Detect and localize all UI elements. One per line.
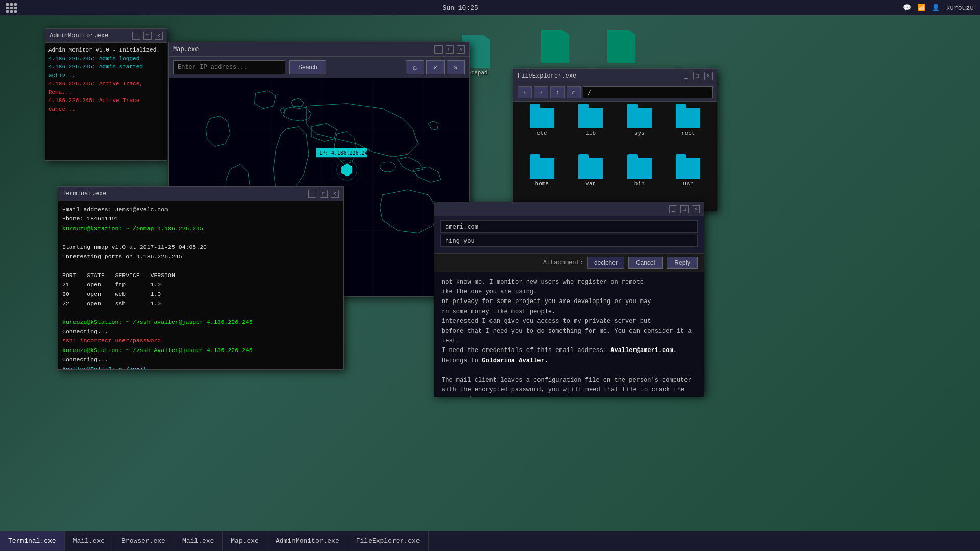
fe-close-button[interactable]: × (704, 72, 713, 80)
taskbar-terminal[interactable]: Terminal.exe (0, 531, 65, 551)
map-forward-button[interactable]: » (447, 60, 465, 74)
terminal-titlebar[interactable]: Terminal.exe _ □ × (58, 187, 343, 201)
maximize-button[interactable]: □ (143, 32, 152, 40)
fe-path-input[interactable] (583, 86, 713, 98)
topbar-right: 💬 📶 👤 kurouzu (903, 4, 974, 12)
map-title: Map.exe (173, 46, 199, 53)
folder-lib-icon (578, 108, 603, 128)
taskbar-fileexplorer[interactable]: FileExplorer.exe (348, 531, 429, 551)
mail-body: not know me. I monitor new users who reg… (434, 272, 704, 397)
fileexplorer-content: etc lib sys root home var (513, 102, 717, 211)
taskbar-mail2[interactable]: Mail.exe (174, 531, 223, 551)
term-line-17: Connecting... (62, 355, 339, 364)
terminal-close-button[interactable]: × (331, 190, 339, 198)
fileexplorer-title: FileExplorer.exe (518, 72, 576, 80)
map-controls: _ □ × (434, 45, 465, 54)
folder-lib[interactable]: lib (569, 108, 614, 154)
map-titlebar[interactable]: Map.exe _ □ × (169, 42, 469, 57)
file1-icon (541, 30, 569, 63)
map-home-button[interactable]: ⌂ (406, 60, 424, 74)
folder-home-icon (530, 158, 554, 179)
folder-sys-label: sys (634, 130, 645, 136)
folder-usr[interactable]: usr (666, 158, 711, 205)
mail-close-button[interactable]: × (692, 205, 700, 213)
fe-minimize-button[interactable]: _ (682, 72, 690, 80)
folder-home-label: home (535, 181, 549, 187)
map-nav-group: ⌂ « » (406, 60, 465, 74)
folder-sys[interactable]: sys (617, 108, 662, 154)
term-line-4 (62, 233, 339, 242)
taskbar: Terminal.exe Mail.exe Browser.exe Mail.e… (0, 531, 980, 551)
chat-icon[interactable]: 💬 (903, 4, 911, 12)
mail-window: _ □ × Attachment: decipher Cancel Reply … (434, 202, 704, 395)
admin-line-4: 4.186.226.245: Active Trace, Rema... (48, 80, 164, 96)
taskbar-map[interactable]: Map.exe (223, 531, 267, 551)
mail-titlebar[interactable]: _ □ × (434, 202, 704, 216)
folder-root-icon (676, 108, 700, 128)
desktop-icon-file2[interactable] (607, 30, 635, 63)
folder-etc[interactable]: etc (520, 108, 565, 154)
fe-forward-button[interactable]: › (534, 86, 548, 98)
folder-var[interactable]: var (569, 158, 614, 205)
term-line-9: 21 open ftp 1.0 (62, 280, 339, 289)
mail-controls: _ □ × (669, 205, 700, 213)
admin-monitor-titlebar[interactable]: AdminMonitor.exe _ □ × (45, 29, 167, 43)
folder-bin-label: bin (634, 181, 645, 187)
taskbar-mail1[interactable]: Mail.exe (65, 531, 113, 551)
terminal-title: Terminal.exe (62, 190, 106, 197)
map-search-button[interactable]: Search (289, 60, 326, 74)
terminal-content[interactable]: Email address: Jens1@evelc.com Phone: 18… (58, 201, 343, 369)
close-button[interactable]: × (155, 32, 163, 40)
terminal-controls: _ □ × (308, 190, 339, 198)
taskbar-adminmonitor[interactable]: AdminMonitor.exe (267, 531, 348, 551)
fe-controls: _ □ × (682, 72, 713, 80)
terminal-minimize-button[interactable]: _ (308, 190, 316, 198)
mail-subject-field (440, 235, 698, 247)
term-line-10: 80 open web 1.0 (62, 290, 339, 299)
folder-etc-icon (530, 108, 554, 128)
mail-maximize-button[interactable]: □ (680, 205, 689, 213)
desktop-icon-file1[interactable] (541, 30, 569, 63)
folder-root-label: root (681, 130, 695, 136)
term-line-6: Interesting ports on 4.186.226.245 (62, 252, 339, 261)
term-line-3: kurouzu@kStation: ~ />nmap 4.186.226.245 (62, 224, 339, 233)
app-grid-icon[interactable] (6, 3, 17, 13)
folder-lib-label: lib (585, 130, 596, 136)
minimize-button[interactable]: _ (132, 32, 140, 40)
map-close-button[interactable]: × (457, 45, 465, 54)
fe-home-button[interactable]: ⌂ (567, 86, 581, 98)
admin-line-3: 4.186.226.245: Admin started activ... (48, 63, 164, 80)
term-line-7 (62, 261, 339, 270)
cancel-button[interactable]: Cancel (628, 257, 663, 269)
attachment-button[interactable]: decipher (587, 257, 624, 269)
folder-etc-label: etc (537, 130, 547, 136)
reply-button[interactable]: Reply (667, 257, 698, 269)
map-minimize-button[interactable]: _ (434, 45, 443, 54)
folder-home[interactable]: home (520, 158, 565, 205)
mail-subject-input[interactable] (440, 235, 698, 247)
folder-bin-icon (627, 158, 652, 179)
map-ip-input[interactable] (173, 60, 285, 74)
mail-minimize-button[interactable]: _ (669, 205, 677, 213)
term-line-16: kurouzu@kStation: ~ />ssh Avaller@jasper… (62, 346, 339, 355)
folder-bin[interactable]: bin (617, 158, 662, 205)
folder-sys-icon (627, 108, 652, 128)
fe-back-button[interactable]: ‹ (518, 86, 532, 98)
folder-root[interactable]: root (666, 108, 711, 154)
terminal-maximize-button[interactable]: □ (320, 190, 328, 198)
map-back-button[interactable]: « (426, 60, 445, 74)
term-line-1: Email address: Jens1@evelc.com (62, 205, 339, 214)
desktop: Sun 10:25 💬 📶 👤 kurouzu Notepad AdminMon… (0, 0, 980, 551)
folder-var-icon (578, 158, 603, 179)
term-line-8: PORT STATE SERVICE VERSION (62, 271, 339, 280)
fileexplorer-titlebar[interactable]: FileExplorer.exe _ □ × (513, 69, 717, 83)
mail-to-input[interactable] (440, 220, 698, 233)
username-label: kurouzu (946, 4, 974, 12)
admin-monitor-content: Admin Monitor v1.0 - Initialized. 4.186.… (45, 43, 167, 160)
map-maximize-button[interactable]: □ (446, 45, 454, 54)
admin-line-5: 4.186.226.245: Active Trace cance... (48, 96, 164, 113)
fe-up-button[interactable]: ↑ (550, 86, 565, 98)
folder-var-label: var (585, 181, 596, 187)
fe-maximize-button[interactable]: □ (693, 72, 701, 80)
taskbar-browser[interactable]: Browser.exe (113, 531, 174, 551)
